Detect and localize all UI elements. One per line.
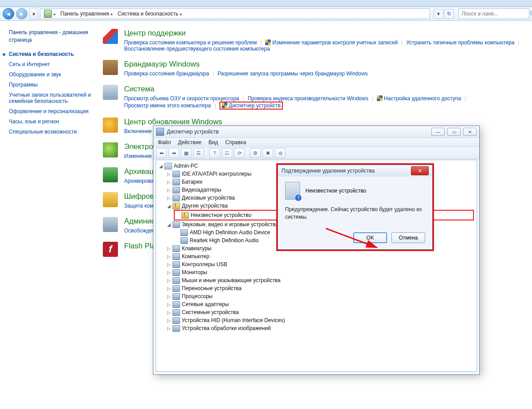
category-link[interactable]: Просмотр объема ОЗУ и скорости процессор… — [124, 95, 239, 102]
sidebar-item[interactable]: Программы — [9, 82, 93, 88]
cancel-button[interactable]: Отмена — [391, 232, 425, 243]
device-manager-title: Диспетчер устройств — [167, 129, 429, 135]
category-link[interactable]: Диспетчер устройств — [219, 102, 283, 110]
category-icon — [103, 60, 118, 75]
device-icon — [172, 203, 180, 209]
confirm-dialog-close[interactable]: ✕ — [411, 166, 429, 175]
device-icon — [172, 269, 180, 276]
category-title[interactable]: Система — [124, 85, 523, 94]
device-manager-toolbar: ⬅ ➡ ▦ ☰ ? ☷ ⟳ ⚙ ✖ ⊘ — [153, 147, 479, 159]
device-icon — [172, 277, 180, 284]
category-icon: f — [103, 242, 118, 257]
sidebar-item[interactable]: Система и безопасность — [9, 51, 93, 57]
search-icon[interactable]: 🔍 — [529, 11, 532, 17]
menu-item[interactable]: Файл — [158, 139, 171, 146]
confirm-dialog: Подтверждение удаления устройства ✕ Неиз… — [278, 165, 433, 250]
device-icon — [172, 309, 180, 316]
category-link[interactable]: Восстановление предшествующего состояния… — [124, 46, 270, 52]
device-icon — [172, 261, 180, 268]
maximize-button[interactable]: ▭ — [447, 128, 461, 136]
tree-node[interactable]: ▷Контроллеры USB — [167, 260, 474, 268]
sidebar-item[interactable]: Оформление и персонализация — [9, 108, 93, 114]
confirm-dialog-titlebar[interactable]: Подтверждение удаления устройства ✕ — [278, 165, 432, 177]
category-link[interactable]: Настройка удаленного доступа — [377, 95, 461, 102]
toolbar-details[interactable]: ▦ — [181, 148, 192, 158]
menu-item[interactable]: Вид — [208, 139, 218, 146]
confirm-dialog-device: Неизвестное устройство — [305, 188, 366, 194]
device-icon — [172, 221, 180, 228]
shield-icon — [222, 102, 227, 108]
device-icon — [172, 179, 180, 185]
sidebar-item[interactable]: Часы, язык и регион — [9, 118, 93, 125]
tree-node[interactable]: ▷Переносные устройства — [167, 284, 474, 292]
menu-item[interactable]: Справка — [225, 139, 246, 146]
tree-node[interactable]: ▷Процессоры — [167, 292, 474, 300]
minimize-button[interactable]: — — [431, 128, 445, 136]
category-title[interactable]: Центр поддержки — [124, 29, 523, 38]
address-bar[interactable]: ▸ Панель управления▸ Система и безопасно… — [40, 8, 430, 19]
explorer-nav-bar: ◄ ► ▾ ▸ Панель управления▸ Система и без… — [0, 7, 532, 21]
device-icon — [172, 293, 180, 300]
toolbar-scan[interactable]: ⟳ — [234, 148, 245, 158]
search-box[interactable]: 🔍 — [458, 8, 529, 19]
sidebar-item[interactable]: Оборудование и звук — [9, 71, 93, 78]
device-icon — [172, 285, 180, 292]
category-link[interactable]: Устранить типичные проблемы компьютера — [406, 39, 514, 46]
device-icon — [172, 187, 180, 193]
toolbar-disable[interactable]: ⊘ — [275, 148, 286, 158]
tree-node[interactable]: ▷Устройства обработки изображений — [167, 324, 474, 332]
toolbar-properties[interactable]: ☷ — [222, 148, 232, 158]
tree-node[interactable]: ▷Мыши и иные указывающие устройства — [167, 276, 474, 284]
sidebar-home-link[interactable]: Панель управления - домашняя страница — [9, 29, 93, 44]
toolbar-forward[interactable]: ➡ — [168, 148, 179, 158]
history-dropdown[interactable]: ▾ — [29, 8, 38, 20]
category-link[interactable]: Проверка состояния брандмауэра — [124, 71, 209, 77]
category-link[interactable]: Проверка состояния компьютера и решение … — [124, 39, 257, 46]
back-button[interactable]: ◄ — [3, 8, 14, 20]
category-icon — [103, 142, 118, 157]
menu-item[interactable]: Действие — [178, 139, 202, 146]
category-link[interactable]: Изменение параметров контроля учетных за… — [265, 39, 398, 46]
refresh-button[interactable]: ↻ — [444, 9, 454, 19]
category-link[interactable]: Разрешение запуска программы через бранд… — [218, 71, 368, 77]
address-dropdown[interactable]: ▾ — [434, 9, 443, 19]
toolbar-help[interactable]: ? — [209, 148, 220, 158]
tree-node[interactable]: ▷Компьютер — [167, 252, 474, 260]
sidebar-item[interactable]: Специальные возможности — [9, 129, 93, 135]
device-icon — [181, 212, 189, 219]
device-manager-icon — [156, 128, 164, 136]
tree-node[interactable]: ▷Сетевые адаптеры — [167, 300, 474, 308]
category-title[interactable]: Центр обновления Windows — [124, 118, 390, 126]
toolbar-update-driver[interactable]: ⚙ — [250, 148, 261, 158]
close-button[interactable]: ✕ — [463, 128, 477, 136]
search-input[interactable] — [461, 10, 529, 17]
device-icon — [172, 317, 180, 324]
category-icon — [103, 118, 118, 133]
sidebar-item[interactable]: Сеть и Интернет — [9, 61, 93, 67]
category-link[interactable]: Просмотр имени этого компьютера — [124, 102, 211, 109]
tree-node[interactable]: ▷Устройства HID (Human Interface Devices… — [167, 316, 474, 324]
sidebar-item[interactable]: Учетные записи пользователей и семейная … — [9, 92, 93, 104]
tree-root[interactable]: Admin-PC — [174, 162, 198, 170]
device-icon — [172, 253, 180, 260]
device-icon — [180, 229, 188, 236]
toolbar-tree[interactable]: ☰ — [193, 148, 204, 158]
tree-node[interactable]: ▷Мониторы — [167, 268, 474, 276]
confirm-dialog-highlight: Подтверждение удаления устройства ✕ Неиз… — [276, 163, 434, 251]
breadcrumb-2[interactable]: Система и безопасность — [117, 11, 178, 17]
tree-node[interactable]: ▷Системные устройства — [167, 308, 474, 316]
browser-chrome — [0, 0, 532, 7]
category-link[interactable]: Проверка индекса производительности Wind… — [248, 95, 368, 102]
ok-button[interactable]: OK — [353, 232, 387, 243]
confirm-dialog-title: Подтверждение удаления устройства — [282, 168, 408, 174]
breadcrumb-1[interactable]: Панель управления — [60, 11, 109, 17]
category-icon — [103, 29, 118, 44]
category-icon — [103, 217, 118, 232]
forward-button[interactable]: ► — [16, 8, 27, 20]
device-icon — [172, 301, 180, 308]
category-title[interactable]: Брандмауэр Windows — [124, 60, 368, 69]
sidebar: Панель управления - домашняя страница Си… — [0, 21, 98, 409]
toolbar-uninstall[interactable]: ✖ — [262, 148, 273, 158]
device-manager-titlebar[interactable]: Диспетчер устройств — ▭ ✕ — [153, 126, 479, 138]
toolbar-back[interactable]: ⬅ — [156, 148, 167, 158]
